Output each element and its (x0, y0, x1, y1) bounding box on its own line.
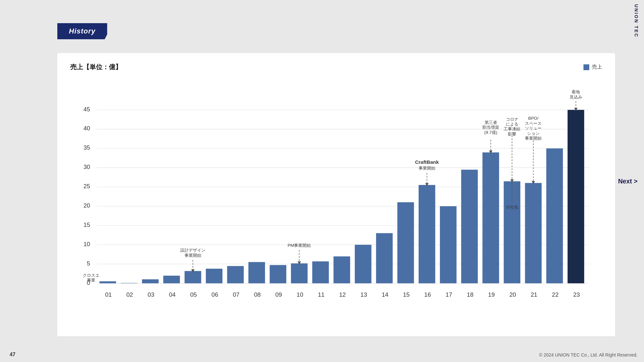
svg-rect-77 (142, 279, 159, 283)
chart-container: 売上【単位：億】 売上 .grid-line { stroke: #ddd; s… (57, 53, 615, 336)
chart-svg: .grid-line { stroke: #ddd; stroke-width:… (70, 78, 602, 316)
svg-text:事業: 事業 (87, 278, 95, 283)
svg-text:04: 04 (169, 291, 176, 298)
svg-rect-90 (419, 185, 435, 283)
svg-rect-86 (334, 256, 350, 283)
svg-text:影響: 影響 (508, 132, 516, 136)
svg-rect-76 (121, 283, 137, 283)
svg-text:工事凍結: 工事凍結 (504, 127, 520, 132)
svg-text:07: 07 (233, 291, 240, 298)
svg-text:23: 23 (573, 291, 580, 298)
page-number: 47 (10, 352, 15, 357)
svg-text:15: 15 (83, 221, 90, 228)
svg-text:5: 5 (87, 260, 90, 267)
svg-text:BPO/: BPO/ (528, 116, 538, 121)
svg-text:割当増資: 割当増資 (482, 125, 499, 130)
legend: 売上 (583, 64, 602, 70)
svg-text:25: 25 (83, 183, 90, 190)
svg-rect-87 (355, 245, 372, 283)
svg-text:01: 01 (105, 291, 112, 298)
svg-text:15: 15 (403, 291, 410, 298)
svg-rect-79 (185, 271, 201, 283)
svg-rect-96 (546, 148, 563, 283)
svg-text:事業開始: 事業開始 (185, 253, 201, 258)
svg-rect-91 (440, 206, 457, 283)
svg-text:11: 11 (318, 291, 325, 298)
svg-text:18: 18 (467, 291, 474, 298)
svg-text:19: 19 (488, 291, 495, 298)
svg-rect-92 (461, 170, 478, 283)
copyright: © 2024 UNION TEC Co., Ltd. All Right Res… (539, 352, 638, 357)
chart-title: 売上【単位：億】 (70, 63, 122, 71)
svg-text:05: 05 (190, 291, 197, 298)
svg-text:03: 03 (148, 291, 155, 298)
svg-text:設計デザイン: 設計デザイン (180, 248, 205, 253)
svg-text:14: 14 (382, 291, 388, 298)
svg-text:による: による (506, 122, 518, 126)
svg-text:ソリュー: ソリュー (525, 126, 542, 131)
svg-text:クロスエ: クロスエ (83, 273, 99, 278)
svg-text:分社化: 分社化 (506, 205, 518, 209)
svg-text:(9.7億): (9.7億) (484, 130, 497, 135)
svg-text:PM事業開始: PM事業開始 (288, 243, 311, 248)
svg-text:10: 10 (297, 291, 303, 298)
chart-area: .grid-line { stroke: #ddd; stroke-width:… (70, 78, 602, 316)
svg-text:02: 02 (126, 291, 133, 298)
svg-rect-83 (270, 265, 287, 283)
svg-text:30: 30 (83, 163, 90, 170)
svg-text:40: 40 (83, 125, 90, 132)
svg-text:事業開始: 事業開始 (419, 166, 435, 171)
svg-text:17: 17 (446, 291, 452, 298)
svg-rect-82 (248, 262, 265, 283)
svg-rect-93 (482, 153, 499, 283)
svg-rect-81 (227, 266, 244, 283)
legend-label: 売上 (592, 64, 602, 70)
svg-text:事業開始: 事業開始 (525, 136, 542, 141)
svg-rect-78 (163, 276, 180, 283)
svg-rect-75 (99, 281, 116, 283)
svg-text:スペース: スペース (525, 121, 542, 126)
svg-text:09: 09 (275, 291, 282, 298)
svg-text:第三者: 第三者 (485, 120, 497, 125)
legend-box (583, 64, 589, 70)
svg-text:20: 20 (509, 291, 516, 298)
svg-rect-95 (525, 183, 542, 283)
svg-rect-80 (206, 269, 223, 283)
svg-text:21: 21 (531, 291, 537, 298)
brand-name: UNION TEC (629, 0, 644, 39)
svg-text:12: 12 (339, 291, 346, 298)
next-button[interactable]: Next > (618, 177, 638, 185)
svg-text:CraftBank: CraftBank (415, 159, 439, 165)
svg-text:着地: 着地 (572, 89, 580, 94)
svg-rect-84 (291, 264, 308, 283)
chart-header: 売上【単位：億】 売上 (70, 63, 602, 71)
svg-text:22: 22 (552, 291, 559, 298)
svg-rect-94 (504, 181, 520, 283)
svg-text:ション: ション (527, 131, 540, 136)
svg-text:16: 16 (424, 291, 431, 298)
svg-rect-89 (397, 202, 414, 283)
svg-text:見込み: 見込み (570, 95, 582, 99)
svg-rect-97 (568, 110, 584, 283)
svg-text:08: 08 (254, 291, 261, 298)
svg-text:コロナ: コロナ (506, 117, 518, 122)
svg-rect-85 (312, 261, 329, 283)
svg-text:13: 13 (360, 291, 367, 298)
svg-text:20: 20 (83, 202, 90, 209)
svg-text:10: 10 (83, 241, 90, 247)
svg-text:35: 35 (83, 144, 90, 151)
svg-text:45: 45 (83, 106, 90, 113)
history-badge: History (57, 23, 107, 39)
svg-text:06: 06 (212, 291, 218, 298)
svg-rect-88 (376, 233, 393, 283)
